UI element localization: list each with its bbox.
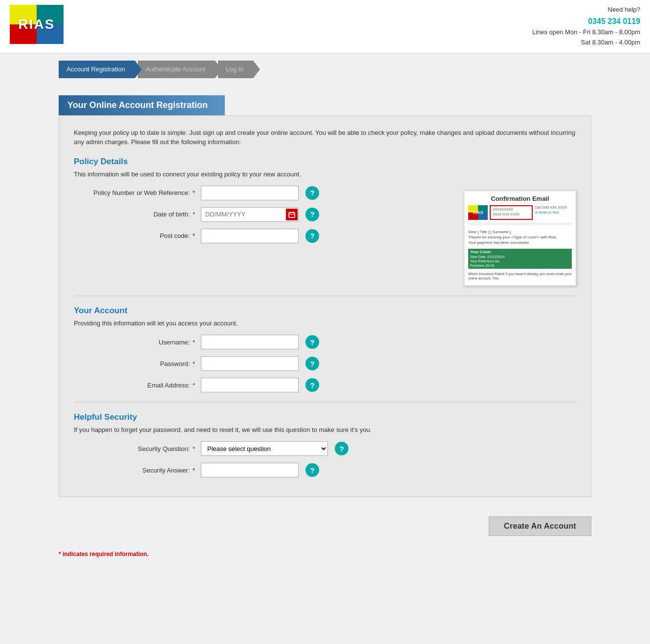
divider-1	[74, 296, 576, 296]
label-password: Password: *	[74, 360, 201, 367]
password-input[interactable]	[201, 356, 299, 371]
form-row-email: Email Address: * ?	[74, 378, 576, 392]
form-row-security-question: Security Question: * Please select quest…	[74, 441, 576, 456]
your-account-section: Your Account Providing this information …	[74, 306, 576, 392]
footer-note: * indicates required information.	[0, 546, 650, 567]
breadcrumb-step-authenticate[interactable]: Authenticate Account	[138, 61, 215, 78]
breadcrumb-steps: Account Registration Authenticate Accoun…	[59, 61, 253, 78]
label-dob: Date of birth: *	[74, 211, 201, 218]
intro-text: Keeping your policy up to date is simple…	[74, 128, 576, 147]
email-contact-box: Call 0345 XXX XXXX or email us here	[535, 205, 572, 220]
confirmation-email-title: Confirmation Email	[468, 195, 572, 202]
required-star: *	[193, 189, 195, 196]
breadcrumb-label-1: Account Registration	[66, 65, 125, 73]
password-help-button[interactable]: ?	[305, 357, 319, 370]
page-header: RIAS Need help? 0345 234 0119 Lines open…	[0, 0, 650, 53]
form-row-dob: Date of birth: *	[74, 207, 454, 222]
help-icon-sa: ?	[310, 466, 314, 474]
label-postcode: Post code: *	[74, 232, 201, 239]
help-icon: ?	[310, 189, 314, 197]
help-phone: 0345 234 0119	[532, 15, 640, 28]
email-policy-box: XXXXXXXXX XXXX.XXX.XXXX	[490, 205, 533, 220]
policy-details-desc: This information will be used to connect…	[74, 171, 576, 178]
breadcrumb-label-2: Authenticate Account	[146, 65, 205, 73]
page-title: Your Online Account Registration	[59, 95, 225, 115]
hours-weekday: Lines open Mon - Fri 8.30am - 8.00pm	[532, 27, 640, 38]
label-policy-number: Policy Number or Web Reference: *	[74, 189, 201, 196]
breadcrumb: Account Registration Authenticate Accoun…	[0, 53, 650, 86]
email-footer-text: Which Insurance Rated! If you haven't al…	[468, 271, 572, 281]
rias-logo: RIAS	[10, 5, 64, 44]
security-question-select[interactable]: Please select question What is your moth…	[201, 441, 328, 456]
policy-email-preview: Confirmation Email RIAS XXXXXXXXX	[464, 191, 576, 286]
postcode-help-button[interactable]: ?	[305, 229, 319, 243]
required-star-sq: *	[193, 445, 195, 452]
required-star-email: *	[193, 382, 195, 389]
your-account-heading: Your Account	[74, 306, 576, 316]
email-preview: Confirmation Email RIAS XXXXXXXXX	[464, 191, 576, 286]
your-account-desc: Providing this information will let you …	[74, 320, 576, 327]
form-row-password: Password: * ?	[74, 356, 576, 371]
breadcrumb-label-3: Log In	[226, 65, 243, 73]
required-star-dob: *	[193, 211, 195, 218]
helpful-security-desc: If you happen to forget your password, a…	[74, 426, 576, 433]
email-logo-text: RIAS	[473, 210, 483, 215]
label-security-answer: Security Answer: *	[74, 467, 201, 474]
label-security-question: Security Question: *	[74, 445, 201, 452]
svg-rect-0	[289, 213, 295, 217]
email-top-row: RIAS XXXXXXXXX XXXX.XXX.XXXX Call 0345 X…	[468, 205, 572, 220]
help-info: Need help? 0345 234 0119 Lines open Mon …	[532, 5, 640, 48]
policy-details-heading: Policy Details	[74, 157, 576, 167]
policy-number-input[interactable]	[201, 186, 299, 200]
postcode-input[interactable]	[201, 229, 299, 243]
form-row-username: Username: * ?	[74, 335, 576, 349]
divider-2	[74, 402, 576, 403]
policy-number-help-button[interactable]: ?	[305, 186, 319, 200]
email-help-button[interactable]: ?	[305, 378, 319, 392]
username-help-button[interactable]: ?	[305, 335, 319, 349]
security-question-help-button[interactable]: ?	[335, 442, 348, 455]
help-icon-dob: ?	[310, 210, 314, 218]
bottom-bar: Create An Account	[0, 507, 650, 546]
helpful-security-heading: Helpful Security	[74, 412, 576, 422]
help-icon-email: ?	[310, 381, 314, 389]
main-content: Your Online Account Registration Keeping…	[0, 86, 650, 507]
required-star-postcode: *	[193, 232, 195, 239]
required-star-password: *	[193, 360, 195, 367]
username-input[interactable]	[201, 335, 299, 349]
policy-details-section: Policy Details This information will be …	[74, 157, 576, 286]
help-icon-postcode: ?	[310, 232, 314, 240]
logo-container: RIAS	[10, 5, 64, 44]
form-container: Keeping your policy up to date is simple…	[59, 115, 591, 497]
required-star-sa: *	[193, 467, 195, 474]
footer-required-text: indicates required information.	[63, 551, 149, 558]
policy-form-fields: Policy Number or Web Reference: * ? Date…	[74, 186, 454, 250]
help-icon-password: ?	[310, 360, 314, 368]
dob-help-button[interactable]: ?	[305, 208, 319, 221]
date-input-wrap	[201, 207, 299, 222]
dob-input[interactable]	[201, 207, 299, 222]
security-answer-help-button[interactable]: ?	[305, 463, 319, 477]
label-email: Email Address: *	[74, 382, 201, 389]
required-star-footer: *	[59, 551, 61, 558]
email-preview-body: RIAS XXXXXXXXX XXXX.XXX.XXXX Call 0345 X…	[468, 205, 572, 281]
security-answer-input[interactable]	[201, 463, 299, 477]
breadcrumb-step-account-registration[interactable]: Account Registration	[59, 61, 135, 78]
helpful-security-section: Helpful Security If you happen to forget…	[74, 412, 576, 477]
label-username: Username: *	[74, 339, 201, 346]
logo-text: RIAS	[19, 17, 55, 32]
calendar-icon[interactable]	[286, 209, 298, 220]
help-label: Need help?	[532, 5, 640, 15]
required-star-username: *	[193, 339, 195, 346]
email-body-text: Dear [ Title ] [ Surname ], Thanks for i…	[468, 228, 572, 247]
create-account-button[interactable]: Create An Account	[489, 516, 591, 536]
hours-sat: Sat 8.30am - 4.00pm	[532, 38, 640, 48]
email-green-block: Your Cover Start Date: 01/01/2014 Your R…	[468, 249, 572, 269]
email-input[interactable]	[201, 378, 299, 392]
help-icon-sq: ?	[339, 445, 344, 453]
form-row-security-answer: Security Answer: * ?	[74, 463, 576, 477]
breadcrumb-step-login[interactable]: Log In	[218, 61, 253, 78]
policy-details-content: Policy Number or Web Reference: * ? Date…	[74, 186, 576, 286]
form-row-postcode: Post code: * ?	[74, 229, 454, 243]
email-logo-mini: RIAS	[468, 205, 488, 220]
